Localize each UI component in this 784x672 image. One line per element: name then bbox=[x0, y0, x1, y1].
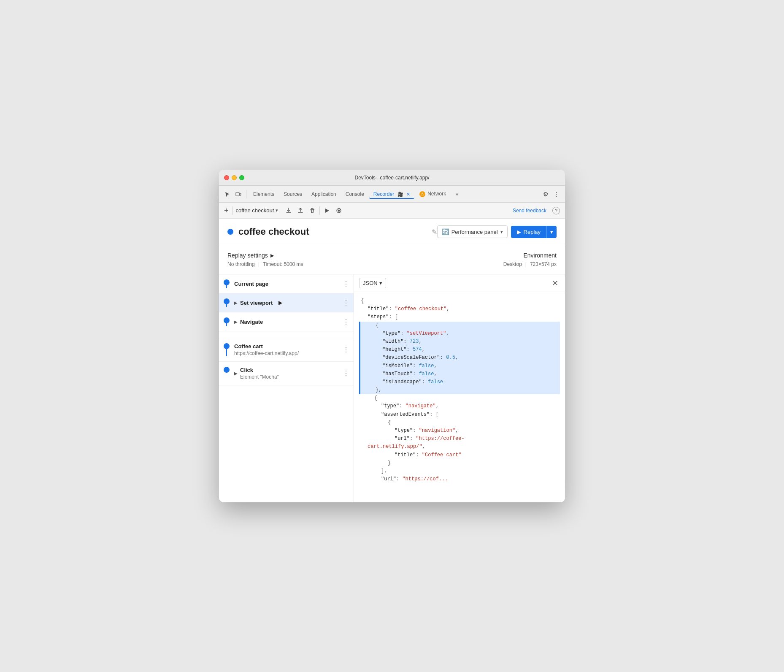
tab-network[interactable]: ⚠ Network bbox=[415, 189, 450, 199]
step-text-3: Navigate bbox=[240, 319, 342, 325]
step-row-set-viewport[interactable]: ▶ Set viewport ⋮ bbox=[219, 293, 354, 312]
tab-sources[interactable]: Sources bbox=[279, 190, 306, 199]
timeout-value: Timeout: 5000 ms bbox=[263, 261, 303, 267]
json-format-dropdown-icon: ▾ bbox=[379, 280, 382, 286]
json-line-12: }, bbox=[362, 386, 558, 394]
json-line-16: { bbox=[361, 419, 558, 427]
recorder-tab-close[interactable]: ✕ bbox=[406, 192, 410, 197]
send-feedback-link[interactable]: Send feedback bbox=[513, 208, 546, 214]
step-row-coffee-cart[interactable]: Coffee cart https://coffee-cart.netlify.… bbox=[219, 338, 354, 362]
settings-details: No throttling | Timeout: 5000 ms bbox=[227, 261, 303, 267]
tab-elements[interactable]: Elements bbox=[249, 190, 278, 199]
recording-status-dot bbox=[227, 229, 233, 235]
step-menu-4[interactable]: ⋮ bbox=[342, 346, 350, 354]
minimize-window-button[interactable] bbox=[232, 175, 237, 180]
settings-section: Replay settings ▶ No throttling | Timeou… bbox=[219, 245, 565, 274]
import-recording-button[interactable] bbox=[295, 205, 306, 216]
json-format-select[interactable]: JSON ▾ bbox=[359, 278, 386, 288]
step-timeline-3 bbox=[219, 312, 234, 331]
step-expand-icon-3[interactable]: ▶ bbox=[234, 320, 238, 324]
step-name-3: Navigate bbox=[240, 319, 342, 325]
step-desc-4: https://coffee-cart.netlify.app/ bbox=[234, 350, 342, 356]
json-line-18b: cart.netlify.app/", bbox=[361, 443, 558, 451]
step-name-2: Set viewport bbox=[240, 300, 342, 306]
replay-dropdown-button[interactable]: ▾ bbox=[546, 226, 557, 238]
recording-title: coffee checkout bbox=[238, 226, 428, 237]
settings-expand-icon: ▶ bbox=[270, 253, 274, 258]
edit-title-icon[interactable]: ✎ bbox=[432, 228, 437, 236]
cursor-icon[interactable] bbox=[222, 189, 232, 199]
tab-more[interactable]: » bbox=[451, 190, 462, 199]
svg-marker-2 bbox=[325, 209, 329, 213]
record-button[interactable] bbox=[333, 205, 344, 216]
env-divider: | bbox=[525, 261, 527, 267]
play-recording-button[interactable] bbox=[322, 205, 333, 216]
maximize-window-button[interactable] bbox=[239, 175, 244, 180]
replay-settings-title[interactable]: Replay settings ▶ bbox=[227, 252, 303, 259]
step-menu-5[interactable]: ⋮ bbox=[342, 369, 350, 378]
replay-label: Replay bbox=[524, 229, 541, 235]
json-line-22: "url": "https://cof... bbox=[361, 475, 558, 483]
recorder-toolbar: + coffee checkout ▾ Send feedback bbox=[219, 203, 565, 219]
step-menu-1[interactable]: ⋮ bbox=[342, 279, 350, 288]
json-line-6: "width": 723, bbox=[362, 338, 558, 346]
toolbar-separator-3 bbox=[319, 206, 320, 215]
json-line-8: "deviceScaleFactor": 0.5, bbox=[362, 354, 558, 362]
chevron-down-icon: ▾ bbox=[276, 208, 278, 213]
tab-console[interactable]: Console bbox=[341, 190, 368, 199]
help-icon[interactable]: ? bbox=[552, 207, 560, 214]
performance-panel-label: Performance panel bbox=[451, 229, 498, 235]
delete-recording-button[interactable] bbox=[307, 205, 318, 216]
step-expand-icon-5[interactable]: ▶ bbox=[234, 371, 238, 376]
json-line-3: "steps": [ bbox=[361, 313, 558, 321]
json-line-20: } bbox=[361, 459, 558, 467]
performance-panel-button[interactable]: 🔄 Performance panel ▾ bbox=[437, 225, 508, 238]
toolbar-separator bbox=[246, 190, 246, 198]
json-line-21: ], bbox=[361, 467, 558, 475]
network-warning-badge: ⚠ bbox=[419, 191, 425, 197]
json-panel-close-button[interactable]: ✕ bbox=[550, 278, 560, 288]
step-row-current-page[interactable]: Current page ⋮ bbox=[219, 274, 354, 293]
json-line-10: "hasTouch": false, bbox=[362, 370, 558, 378]
environment-type: Desktop bbox=[503, 261, 522, 267]
step-dot-5 bbox=[224, 367, 230, 373]
step-dot-3 bbox=[224, 317, 230, 323]
more-options-icon[interactable]: ⋮ bbox=[552, 189, 562, 199]
device-toolbar-icon[interactable] bbox=[233, 189, 243, 199]
replay-dropdown-arrow-icon: ▾ bbox=[550, 229, 553, 235]
steps-gap bbox=[219, 331, 354, 338]
step-menu-3[interactable]: ⋮ bbox=[342, 317, 350, 326]
json-highlight-block: { "type": "setViewport", "width": 723, "… bbox=[359, 322, 560, 395]
step-timeline-5 bbox=[219, 362, 234, 385]
step-row-click[interactable]: ▶ Click Element "Mocha" ⋮ bbox=[219, 362, 354, 385]
svg-rect-0 bbox=[236, 192, 239, 196]
tab-recorder[interactable]: Recorder 🎥 ✕ bbox=[369, 190, 414, 199]
devtools-tabs-bar: Elements Sources Application Console Rec… bbox=[219, 186, 565, 203]
json-line-15: "assertedEvents": [ bbox=[361, 411, 558, 419]
json-content: { "title": "coffee checkout", "steps": [… bbox=[354, 292, 565, 502]
json-line-4: { bbox=[362, 322, 558, 330]
new-recording-button[interactable]: + bbox=[224, 207, 229, 214]
json-line-9: "isMobile": false, bbox=[362, 362, 558, 370]
tab-application[interactable]: Application bbox=[307, 190, 341, 199]
step-timeline-4 bbox=[219, 338, 234, 361]
settings-gear-icon[interactable]: ⚙ bbox=[541, 189, 551, 199]
performance-panel-dropdown-arrow: ▾ bbox=[500, 229, 503, 235]
step-text-1: Current page bbox=[234, 281, 342, 287]
step-dot-4 bbox=[224, 343, 230, 349]
step-menu-2[interactable]: ⋮ bbox=[342, 298, 350, 307]
export-recording-button[interactable] bbox=[283, 205, 294, 216]
step-expand-icon-2[interactable]: ▶ bbox=[234, 301, 238, 305]
steps-panel: Current page ⋮ ▶ Set viewport bbox=[219, 274, 354, 502]
close-window-button[interactable] bbox=[224, 175, 229, 180]
step-body-4: Coffee cart https://coffee-cart.netlify.… bbox=[234, 338, 354, 361]
json-toolbar: JSON ▾ ✕ bbox=[354, 274, 565, 292]
recording-name-dropdown[interactable]: coffee checkout ▾ bbox=[236, 207, 278, 214]
step-line-4 bbox=[226, 349, 227, 356]
step-row-navigate[interactable]: ▶ Navigate ⋮ bbox=[219, 312, 354, 331]
cursor-pointer-icon bbox=[278, 301, 282, 305]
environment-label: Environment bbox=[503, 252, 557, 259]
step-dot-1 bbox=[224, 279, 230, 285]
throttling-value: No throttling bbox=[227, 261, 255, 267]
replay-button[interactable]: ▶ Replay bbox=[511, 226, 546, 238]
